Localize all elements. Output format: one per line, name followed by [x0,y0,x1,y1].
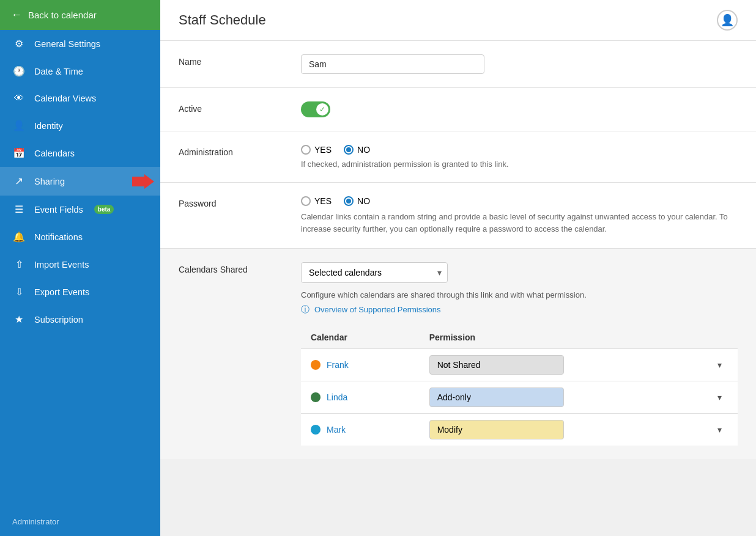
sidebar-item-label: Calendars [34,149,75,158]
administrator-label: Administrator [12,517,59,526]
active-section: Active ✓ [160,88,756,131]
calendar-table-body: Frank Not Shared Free/Busy Read-only Add… [301,349,738,446]
back-arrow-icon: ← [11,9,22,21]
calendars-shared-label: Calendars Shared [179,262,276,274]
export-icon: ⇩ [12,286,26,298]
calendar-link[interactable]: Linda [327,392,347,402]
calendar-link[interactable]: Frank [327,360,349,370]
calendar-name-cell: Linda [311,392,410,402]
sidebar-item-calendar-views[interactable]: 👁 Calendar Views [0,85,160,112]
permission-dropdown-wrapper: Not Shared Free/Busy Read-only Add-only … [429,387,728,407]
permission-select[interactable]: Not Shared Free/Busy Read-only Add-only … [429,355,564,375]
main-header: Staff Schedule 👤 [160,0,756,41]
sidebar-item-subscription[interactable]: ★ Subscription [0,306,160,333]
sidebar-item-label: Calendar Views [34,94,96,103]
configure-text: Configure which calendars are shared thr… [301,290,738,299]
import-icon: ⇧ [12,259,26,270]
info-icon: ⓘ [301,304,309,314]
password-description: Calendar links contain a random string a… [301,211,738,235]
administration-label: Administration [179,145,276,157]
share-icon: ↗ [12,175,26,188]
calendar-cell: Mark [301,414,420,446]
calendars-shared-select[interactable]: Selected calendars [301,262,448,283]
permission-select[interactable]: Not Shared Free/Busy Read-only Add-only … [429,420,564,439]
sidebar-item-calendars[interactable]: 📅 Calendars [0,139,160,167]
form-content: Name Active ✓ Administration YES [160,41,756,459]
sidebar-item-label: General Settings [34,39,100,49]
sidebar-item-label: Notifications [34,232,83,242]
admin-yes-option[interactable]: YES [301,145,332,155]
list-icon: ☰ [12,204,26,215]
main-content: Staff Schedule 👤 Name Active ✓ Administr… [160,0,756,536]
password-no-option[interactable]: NO [344,196,370,206]
back-to-calendar-button[interactable]: ← Back to calendar [0,0,160,30]
admin-no-option[interactable]: NO [344,145,370,155]
calendar-name-cell: Frank [311,360,410,370]
calendars-shared-section: Calendars Shared Selected calendars Conf… [160,249,756,459]
name-field-container [301,54,738,74]
name-input[interactable] [301,54,484,74]
password-content: YES NO Calendar links contain a random s… [301,196,738,235]
table-row: Mark Not Shared Free/Busy Read-only Add-… [301,414,738,446]
person-icon: 👤 [12,120,26,131]
sidebar-item-notifications[interactable]: 🔔 Notifications [0,223,160,251]
calendar-icon: 📅 [12,147,26,159]
admin-no-label: NO [357,145,370,155]
sidebar-item-date-time[interactable]: 🕐 Date & Time [0,57,160,85]
password-no-label: NO [357,196,370,206]
user-avatar-button[interactable]: 👤 [717,10,738,31]
eye-icon: 👁 [12,93,26,104]
red-arrow-icon [132,174,154,189]
active-label: Active [179,101,276,114]
sidebar-item-event-fields[interactable]: ☰ Event Fields beta [0,196,160,223]
name-section: Name [160,41,756,88]
password-section: Password YES NO Calendar links contain a… [160,183,756,249]
permission-cell: Not Shared Free/Busy Read-only Add-only … [420,381,738,414]
sidebar-item-import-events[interactable]: ⇧ Import Events [0,251,160,278]
sidebar-item-label: Identity [34,121,63,131]
password-yes-radio[interactable] [301,196,311,206]
active-toggle[interactable]: ✓ [301,101,330,117]
page-title: Staff Schedule [179,12,266,28]
sidebar-item-label: Event Fields [34,205,83,215]
calendar-cell: Frank [301,349,420,381]
calendar-cell: Linda [301,381,420,414]
col-permission: Permission [420,326,738,349]
permission-select[interactable]: Not Shared Free/Busy Read-only Add-only … [429,387,564,407]
col-calendar: Calendar [301,326,420,349]
administration-radio-group: YES NO [301,145,738,155]
calendars-shared-row: Calendars Shared Selected calendars Conf… [179,262,738,446]
calendar-dot [311,425,321,435]
admin-yes-radio[interactable] [301,145,311,155]
password-yes-option[interactable]: YES [301,196,332,206]
permission-dropdown-wrapper: Not Shared Free/Busy Read-only Add-only … [429,355,728,375]
table-header: Calendar Permission [301,326,738,349]
sidebar-item-identity[interactable]: 👤 Identity [0,112,160,139]
sidebar-item-label: Export Events [34,287,89,297]
administration-section: Administration YES NO If checked, admini… [160,131,756,183]
calendars-shared-content: Selected calendars Configure which calen… [301,262,738,446]
sidebar-item-general-settings[interactable]: ⚙ General Settings [0,30,160,57]
password-no-radio[interactable] [344,196,354,206]
sidebar-item-export-events[interactable]: ⇩ Export Events [0,278,160,306]
sidebar-item-label: Sharing [34,177,65,186]
star-icon: ★ [12,314,26,325]
permissions-link-row: ⓘ Overview of Supported Permissions [301,304,738,315]
calendars-shared-dropdown-wrapper: Selected calendars [301,262,448,283]
bell-icon: 🔔 [12,231,26,243]
admin-no-radio[interactable] [344,145,354,155]
sidebar-nav: ⚙ General Settings 🕐 Date & Time 👁 Calen… [0,30,160,333]
calendar-dot [311,392,321,402]
permissions-link[interactable]: Overview of Supported Permissions [314,305,441,314]
permission-dropdown-wrapper: Not Shared Free/Busy Read-only Add-only … [429,420,728,439]
beta-badge: beta [94,205,114,214]
settings-icon: ⚙ [12,38,26,50]
sidebar-item-sharing[interactable]: ↗ Sharing [0,167,160,196]
admin-yes-label: YES [314,145,332,155]
sidebar-item-label: Subscription [34,315,83,325]
calendar-link[interactable]: Mark [327,425,346,435]
sidebar-bottom: Administrator [0,507,160,536]
sidebar: ← Back to calendar ⚙ General Settings 🕐 … [0,0,160,536]
sidebar-item-label: Date & Time [34,67,83,76]
name-label: Name [179,54,276,67]
